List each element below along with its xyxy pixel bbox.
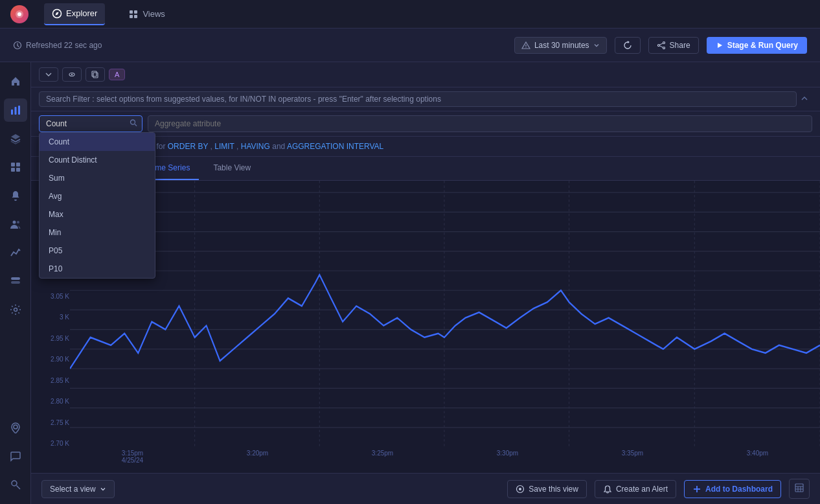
settings-icon [10, 304, 21, 315]
create-alert-label: Create an Alert [616, 485, 668, 494]
sidebar-item-map[interactable] [4, 416, 27, 439]
tab-table-view[interactable]: Table View [204, 157, 260, 180]
dropdown-item-avg[interactable]: Avg [40, 187, 155, 205]
dropdown-item-p10[interactable]: P10 [40, 260, 155, 278]
dropdown-item-min[interactable]: Min [40, 223, 155, 242]
nav-tab-explorer[interactable]: Explorer [44, 3, 105, 25]
last-period-label: Last 30 minutes [534, 41, 589, 50]
add-dashboard-button[interactable]: Add to Dashboard [684, 480, 781, 498]
aggregation-interval-link[interactable]: AGGREGATION INTERVAL [287, 142, 383, 151]
eye-button[interactable] [62, 67, 82, 82]
sidebar-icons [0, 62, 31, 504]
analytics-icon [10, 247, 21, 258]
sidebar-item-bell[interactable] [4, 184, 27, 207]
content-panel: A Search Filter : select options from su… [31, 62, 820, 504]
select-view-label: Select a view [50, 485, 96, 494]
app-logo [10, 5, 28, 23]
run-query-button[interactable]: Stage & Run Query [707, 37, 807, 54]
filter-actions: A [39, 67, 125, 82]
refresh-info: Refreshed 22 sec ago [13, 41, 102, 50]
svg-point-23 [17, 221, 19, 223]
storage-icon [10, 275, 21, 287]
grid2-icon [10, 161, 21, 173]
svg-point-27 [14, 425, 17, 429]
x-label-4: 3:35pm [622, 450, 643, 457]
save-icon [516, 485, 525, 494]
svg-rect-19 [16, 163, 20, 166]
sidebar-item-storage[interactable] [4, 269, 27, 293]
y-label-8: 2.90 K [34, 356, 69, 363]
collapse-button[interactable] [39, 67, 58, 82]
x-label-0: 3:15pm 4/25/24 [122, 450, 143, 464]
users-icon [10, 218, 21, 230]
svg-rect-21 [16, 168, 20, 172]
sidebar-item-home[interactable] [4, 70, 27, 93]
svg-rect-16 [14, 107, 16, 115]
chevron-up-icon [801, 95, 808, 102]
dropdown-item-count-distinct[interactable]: Count Distinct [40, 151, 155, 169]
header-bar: Refreshed 22 sec ago Last 30 minutes [0, 29, 820, 62]
svg-point-31 [71, 74, 73, 75]
limit-link[interactable]: LIMIT [214, 142, 234, 151]
aggregate-row: Count Count Count Distinct [31, 111, 820, 136]
dropdown-item-max[interactable]: Max [40, 205, 155, 223]
create-alert-button[interactable]: Create an Alert [595, 480, 676, 498]
svg-rect-17 [18, 106, 20, 115]
sidebar-item-chart[interactable] [4, 98, 27, 122]
sidebar-item-search-user[interactable] [4, 473, 27, 496]
filter-close-button[interactable] [797, 95, 812, 104]
sidebar-item-layers[interactable] [4, 127, 27, 150]
table-icon [795, 483, 804, 492]
search-filter-box[interactable]: Search Filter : select options from sugg… [39, 91, 797, 107]
sidebar-item-settings[interactable] [4, 298, 27, 321]
svg-point-9 [525, 47, 526, 47]
svg-rect-62 [795, 484, 803, 492]
svg-point-12 [657, 44, 659, 46]
chevron-down-icon [593, 42, 600, 49]
search-user-icon [10, 479, 21, 490]
aggregate-attr-input[interactable] [148, 115, 812, 132]
order-by-link[interactable]: ORDER BY [168, 142, 208, 151]
last-period-button[interactable]: Last 30 minutes [514, 37, 607, 54]
search-icon [130, 119, 137, 129]
header-left: Refreshed 22 sec ago [13, 41, 102, 50]
table-icon-button[interactable] [789, 479, 810, 499]
alert-bell-icon [603, 485, 612, 494]
y-label-6: 3 K [34, 314, 69, 321]
sidebar-item-users[interactable] [4, 212, 27, 236]
svg-rect-5 [130, 15, 133, 18]
y-label-12: 2.70 K [34, 440, 69, 447]
dropdown-item-count[interactable]: Count [40, 133, 155, 151]
nav-tab-views[interactable]: Views [120, 4, 172, 25]
x-axis: 3:15pm 4/25/24 3:20pm 3:25pm 3:30pm 3:35… [70, 447, 820, 473]
x-label-5: 3:40pm [747, 450, 768, 457]
svg-line-35 [135, 124, 137, 126]
count-input[interactable]: Count [39, 115, 142, 132]
chevron-down-icon [100, 486, 106, 492]
y-label-7: 2.95 K [34, 335, 69, 342]
sidebar-item-grid[interactable] [4, 155, 27, 179]
chart-icon [10, 104, 21, 116]
dropdown-item-p05[interactable]: P05 [40, 242, 155, 260]
dropdown-item-sum[interactable]: Sum [40, 169, 155, 187]
svg-rect-24 [11, 277, 20, 280]
save-view-button[interactable]: Save this view [507, 480, 587, 498]
svg-point-34 [131, 120, 135, 124]
having-link[interactable]: HAVING [241, 142, 270, 151]
svg-rect-33 [92, 71, 97, 76]
sidebar-item-analytics[interactable] [4, 241, 27, 264]
svg-point-1 [17, 12, 21, 16]
bell-icon [10, 190, 21, 201]
share-button[interactable]: Share [648, 37, 699, 54]
play-icon [716, 41, 723, 49]
plus-icon [692, 485, 701, 494]
x-label-3: 3:30pm [497, 450, 518, 457]
sidebar-item-chat[interactable] [4, 444, 27, 468]
y-label-11: 2.75 K [34, 419, 69, 426]
nav-tab-explorer-label: Explorer [66, 8, 97, 18]
compass-icon [52, 8, 62, 19]
copy-button[interactable] [85, 67, 105, 82]
share-icon [657, 41, 666, 50]
select-view-button[interactable]: Select a view [41, 480, 115, 498]
refresh-button[interactable] [615, 37, 641, 54]
